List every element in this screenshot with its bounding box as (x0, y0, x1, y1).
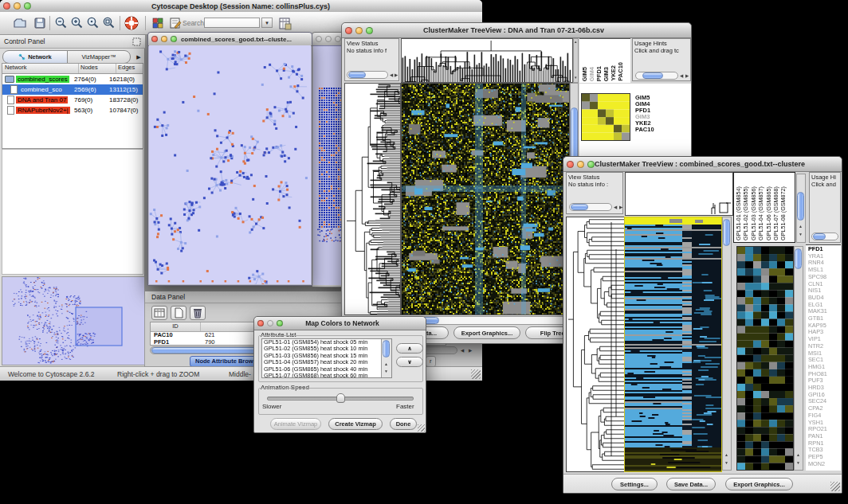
close-button[interactable] (151, 36, 158, 42)
zoom-button[interactable] (277, 320, 283, 326)
tv2-zoom-scrollbar[interactable]: ▲ ▼ (794, 246, 803, 471)
close-button[interactable] (3, 2, 10, 10)
tv2-collabel-scrollbar[interactable]: ▲ ▼ (796, 174, 806, 243)
close-button[interactable] (345, 27, 352, 34)
attribute-list-scrollbar[interactable]: ▲ ▼ (381, 339, 391, 377)
animation-speed-slider[interactable] (267, 397, 414, 400)
zoom-button[interactable] (24, 2, 31, 10)
row-label[interactable]: MON2 (808, 461, 827, 468)
tab-network[interactable]: Network (2, 50, 68, 64)
tv1-collabel-scrollbar[interactable]: ▲ ▼ (573, 38, 579, 83)
scroll-left-icon[interactable]: ◀ (461, 348, 464, 353)
minimize-button[interactable] (577, 161, 584, 168)
edge-attribute-browser-tab-partial[interactable]: r (426, 356, 436, 367)
tab-vizmapper[interactable]: VizMapper™ (67, 50, 131, 64)
tv1-heatmap[interactable] (401, 83, 570, 315)
scroll-left-icon[interactable]: ◀ (390, 72, 393, 77)
row-label[interactable]: PAC10 (635, 127, 683, 133)
network-table-row[interactable]: combined_sco2569(6)13112(15) (2, 84, 143, 95)
zoom-fit-icon[interactable] (102, 16, 116, 30)
slider-thumb[interactable] (336, 393, 345, 403)
attribute-listbox[interactable]: GPL51-01 (GSM854) heat shock 05 minGPL51… (261, 338, 392, 378)
column-label[interactable]: GIM5 (581, 67, 588, 81)
zoom-selected-icon[interactable] (86, 16, 100, 30)
column-label[interactable]: PAC10 (617, 62, 624, 81)
network-table-row[interactable]: DNA and Tran 07769(0)183728(0) (2, 95, 143, 105)
zoom-in-icon[interactable] (70, 16, 84, 30)
search-input[interactable] (204, 18, 260, 28)
column-label[interactable]: GPL51-03 (GSM856) (750, 186, 757, 240)
main-title-bar[interactable]: Cytoscape Desktop (Session Name: collins… (0, 0, 482, 13)
column-label[interactable]: GIM4 (588, 67, 595, 81)
tv1-export-graphics-button[interactable]: Export Graphics... (453, 326, 520, 339)
column-label[interactable]: GPL51-04 (GSM857) (757, 186, 764, 240)
close-button[interactable] (257, 320, 264, 326)
float-panel-icon[interactable] (132, 37, 141, 46)
tv1-column-dendrogram[interactable] (401, 38, 573, 83)
tv1-usage-scrollbar[interactable] (635, 72, 678, 80)
new-attribute-button[interactable] (171, 306, 186, 320)
tab-overflow-button[interactable]: ▶ (134, 52, 143, 62)
network-table-row[interactable]: combined_scores2764(0)16218(0) (2, 74, 143, 84)
minimize-button[interactable] (14, 2, 21, 10)
tv1-zoom-heatmap[interactable] (581, 93, 630, 141)
move-down-button[interactable]: ∨ (396, 357, 423, 367)
zoom-button[interactable] (366, 27, 373, 34)
scroll-right-icon[interactable]: ▶ (395, 72, 398, 77)
tv2-row-dendrogram[interactable] (566, 217, 625, 472)
tv2-zoom-heatmap[interactable] (736, 246, 794, 471)
help-icon[interactable] (124, 15, 139, 31)
vizmapper-icon[interactable] (151, 16, 165, 30)
column-label[interactable]: GPL51-02 (GSM855) (742, 186, 749, 240)
scroll-right-icon[interactable]: ▶ (619, 205, 622, 209)
tv2-usage-scrollbar[interactable] (811, 232, 838, 240)
column-nodes[interactable]: Nodes (79, 64, 116, 73)
close-button[interactable] (316, 36, 322, 42)
attribute-list-item[interactable]: GPL51-07 (GSM868) heat shock 60 min (262, 373, 382, 378)
network-view-canvas[interactable] (149, 45, 311, 284)
scroll-left-icon[interactable]: ◀ (680, 73, 683, 78)
zoom-button[interactable] (587, 161, 595, 168)
search-dropdown-button[interactable]: ▼ (261, 18, 273, 28)
column-edges[interactable]: Edges (116, 64, 143, 73)
minimize-button[interactable] (161, 36, 167, 42)
minimize-button[interactable] (325, 36, 332, 42)
column-label[interactable]: PFD1 (595, 66, 603, 81)
annotation-icon[interactable] (168, 16, 183, 30)
treeview1-title-bar[interactable]: ClusterMaker TreeView : DNA and Tran 07-… (342, 23, 691, 38)
save-session-icon[interactable] (33, 16, 47, 30)
delete-attribute-button[interactable] (190, 306, 206, 320)
column-label[interactable]: GPL51-08 (GSM872) (779, 186, 787, 240)
scroll-left-icon[interactable]: ◀ (614, 205, 617, 209)
tv1-status-scrollbar[interactable] (347, 71, 388, 79)
scroll-right-icon[interactable]: ▶ (685, 73, 689, 78)
tv2-status-scrollbar[interactable] (569, 203, 612, 211)
column-label[interactable]: GIM3 (603, 67, 610, 81)
resize-grip[interactable] (418, 424, 425, 432)
dialog-title-bar[interactable]: Map Colors to Network (254, 317, 426, 330)
tv2-heatmap[interactable] (624, 217, 722, 472)
birdseye-view[interactable] (2, 276, 145, 365)
column-label[interactable]: GPL51-07 (GSM868) (772, 186, 779, 240)
close-button[interactable] (567, 161, 574, 168)
column-label[interactable]: GPL51-06 (GSM865) (765, 186, 772, 240)
tv1-row-dendrogram[interactable] (344, 83, 401, 315)
open-session-icon[interactable] (13, 16, 27, 30)
column-label[interactable]: GPL51-01 (GSM854) (735, 186, 742, 240)
column-label[interactable]: YKE2 (610, 65, 617, 81)
tv2-column-dendrogram[interactable] (625, 172, 733, 216)
scroll-right-icon[interactable]: ▶ (469, 348, 472, 353)
zoom-button[interactable] (335, 36, 341, 42)
animate-vizmap-button[interactable]: Animate Vizmap (270, 418, 321, 430)
create-vizmap-button[interactable]: Create Vizmap (328, 418, 383, 430)
tv2-settings-button[interactable]: Settings... (611, 478, 658, 490)
treeview2-title-bar[interactable]: ClusterMaker TreeView : combined_scores_… (563, 157, 842, 172)
tv2-save-data-button[interactable]: Save Data... (666, 478, 716, 490)
resize-grip[interactable] (471, 369, 481, 379)
done-button[interactable]: Done (390, 418, 417, 430)
move-up-button[interactable]: ∧ (396, 343, 423, 354)
select-attributes-button[interactable] (151, 306, 167, 320)
zoom-button[interactable] (171, 36, 177, 42)
network1-title-bar[interactable]: combined_scores_good.txt--cluste... (148, 33, 312, 46)
tv2-export-graphics-button[interactable]: Export Graphics... (725, 478, 793, 490)
